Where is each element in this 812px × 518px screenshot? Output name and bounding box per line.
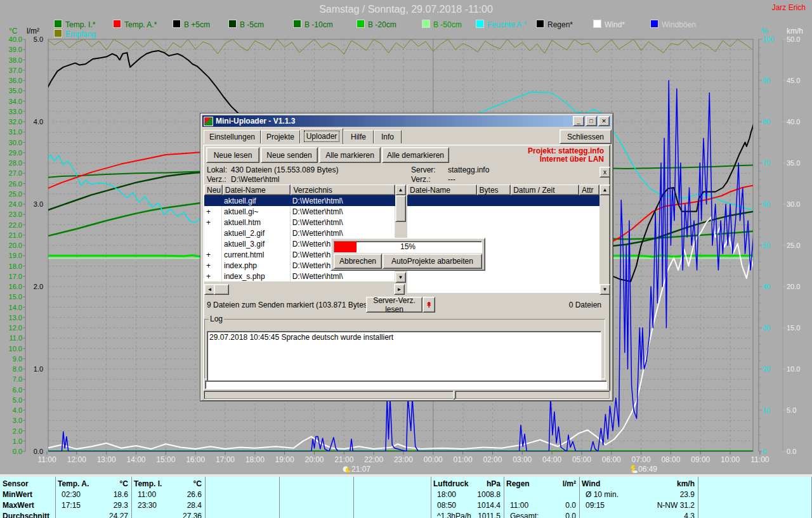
local-dir: D:\Wetter\html: [231, 175, 279, 184]
server-table-vscrollbar[interactable]: ▲ ▼: [599, 185, 609, 294]
value-time: Gesamt:: [506, 512, 539, 518]
sensor-unit: km/h: [677, 479, 695, 489]
value-time: Ø 10 min.: [582, 490, 619, 500]
column-header-datei-name[interactable]: Datei-Name: [223, 185, 291, 195]
sensor-unit: °C: [193, 479, 202, 489]
footer-section: [279, 477, 354, 518]
server-verz-lesen-button[interactable]: Server-Verz. lesen: [366, 297, 422, 313]
autoprojekte-button[interactable]: AutoProjekte abarbeiten: [383, 254, 482, 269]
file-cell: +: [204, 271, 222, 282]
value-number: 4.3: [684, 512, 695, 518]
value-number: 23.9: [680, 490, 695, 500]
footer-row-label: Durchschnitt: [3, 512, 52, 518]
toolbar-button-neue-senden[interactable]: Neue senden: [261, 147, 318, 163]
footer-value-row: [506, 490, 576, 500]
footer-section: [698, 477, 812, 518]
value-time: 11:00: [506, 501, 528, 511]
value-number: 18.6: [114, 490, 128, 500]
file-name: aktuell.htm: [222, 217, 291, 228]
tab-projekte[interactable]: Projekte: [261, 130, 300, 143]
moon-icon: [343, 465, 351, 473]
footer-section: [205, 477, 280, 518]
table-row[interactable]: aktuell.gifD:\Wetter\html\: [204, 195, 395, 206]
close-window-button[interactable]: ✕: [598, 116, 610, 126]
value-time: [134, 512, 138, 518]
minimize-button[interactable]: _: [573, 116, 584, 126]
toolbar-button-alle-markieren[interactable]: Alle markieren: [319, 147, 381, 163]
sensor-summary-table: SensorMinWertMaxWertDurchschnittTemp. A.…: [0, 474, 812, 518]
value-number: 1008.8: [477, 490, 501, 500]
footer-section-regen: Regenl/m²11:000.0Gesamt:0.0: [504, 477, 580, 518]
tab-uploader[interactable]: Uploader: [300, 128, 343, 144]
server-dir: ---: [448, 175, 455, 184]
file-name: aktuell.gif: [222, 195, 291, 206]
server-file-count: 0 Dateien: [556, 301, 601, 309]
tab-label: Projekte: [266, 133, 294, 141]
tab-hilfe[interactable]: Hilfe: [343, 130, 374, 143]
server-host: stattegg.info: [448, 165, 489, 174]
table-row[interactable]: +aktuell.gi~D:\Wetter\html\: [204, 206, 395, 217]
footer-value-row: 27.36: [134, 512, 202, 518]
sensor-name: Luftdruck: [433, 479, 468, 489]
file-cell: D:\Wetter\html\: [291, 228, 395, 238]
footer-value-row: 24.27: [58, 512, 128, 518]
column-header-verzeichnis[interactable]: Verzeichnis: [291, 185, 395, 195]
value-time: 11:00: [134, 490, 156, 500]
value-number: 1014.4: [477, 501, 501, 511]
column-header[interactable]: Attr: [579, 185, 599, 195]
dialog-progress-strip: [205, 380, 607, 389]
column-header-neu[interactable]: Neu: [204, 185, 223, 195]
table-row[interactable]: aktuell_2.gifD:\Wetter\html\: [204, 228, 395, 238]
file-name: aktuell_2.gif: [222, 228, 291, 238]
footer-value-row: 4.3: [582, 512, 695, 518]
table-header-row: Datei-NameBytesDatum / ZeitAttr: [407, 185, 599, 195]
schliessen-button[interactable]: Schliessen: [560, 129, 612, 144]
local-table-hscrollbar[interactable]: ◄ ►: [204, 284, 405, 294]
abbrechen-button[interactable]: Abbrechen: [334, 254, 382, 269]
footer-value-row: 23:3028.4: [134, 501, 202, 511]
footer-section: [353, 477, 431, 518]
file-cell: D:\Wetter\html\: [291, 195, 395, 206]
sensor-unit: l/m²: [563, 479, 576, 489]
value-number: 28.4: [187, 501, 202, 511]
tab-info[interactable]: Info: [374, 130, 402, 143]
table-row[interactable]: +index_s.phpD:\Wetter\html\: [204, 271, 395, 282]
window-titlebar[interactable]: Mini-Uploader - V1.1.3 _ □ ✕: [202, 115, 611, 127]
log-label: Log: [209, 314, 224, 323]
file-name: aktuell_3.gif: [222, 238, 291, 249]
column-header[interactable]: Datum / Zeit: [511, 185, 579, 195]
column-header[interactable]: Bytes: [477, 185, 511, 195]
table-row[interactable]: [407, 195, 599, 206]
file-name: aktuell.gi~: [222, 206, 291, 217]
upload-arrow-button[interactable]: ↟: [422, 297, 435, 313]
tab-label: Hilfe: [351, 133, 366, 141]
value-number: 24.27: [109, 512, 128, 518]
toolbar-button-alle-demarkieren[interactable]: Alle demarkieren: [382, 147, 449, 163]
maximize-button[interactable]: □: [586, 116, 597, 126]
file-cell: D:\Wetter\html\: [291, 271, 395, 282]
log-area[interactable]: 29.07.2018 10:45:45 Sprache deutsch wurd…: [207, 331, 601, 384]
table-row[interactable]: +aktuell.htmD:\Wetter\html\: [204, 217, 395, 228]
log-entry: 29.07.2018 10:45:45 Sprache deutsch wurd…: [209, 333, 601, 342]
tab-label: Info: [381, 133, 394, 141]
value-time: 09:15: [582, 501, 605, 511]
toolbar-button-neue-lesen[interactable]: Neue lesen: [206, 147, 259, 163]
sensor-name: Temp. I.: [134, 479, 162, 489]
footer-value-row: 17:1529.3: [58, 501, 128, 511]
server-panel-close-button[interactable]: x: [599, 167, 610, 178]
tab-label: Uploader: [304, 131, 339, 141]
app-icon: [204, 117, 213, 126]
file-cell: [204, 228, 222, 238]
statusbar-panel-1: [204, 391, 454, 399]
footer-row-label: MinWert: [3, 490, 52, 500]
value-number: 0.0: [565, 501, 576, 511]
column-header[interactable]: Datei-Name: [407, 185, 477, 195]
tab-einstellungen[interactable]: Einstellungen: [204, 130, 261, 143]
project-info: Projekt: stattegg.info Internet über LAN: [528, 147, 604, 164]
value-time: [506, 490, 510, 500]
local-file-count: 430 Dateien (15.553.089 Bytes): [231, 165, 338, 174]
file-name: index.php: [222, 260, 291, 271]
file-cell: +: [204, 249, 222, 260]
marked-files-status: 9 Dateien zum Senden markiert (103.871 B…: [207, 301, 370, 309]
file-name: current.html: [222, 249, 291, 260]
